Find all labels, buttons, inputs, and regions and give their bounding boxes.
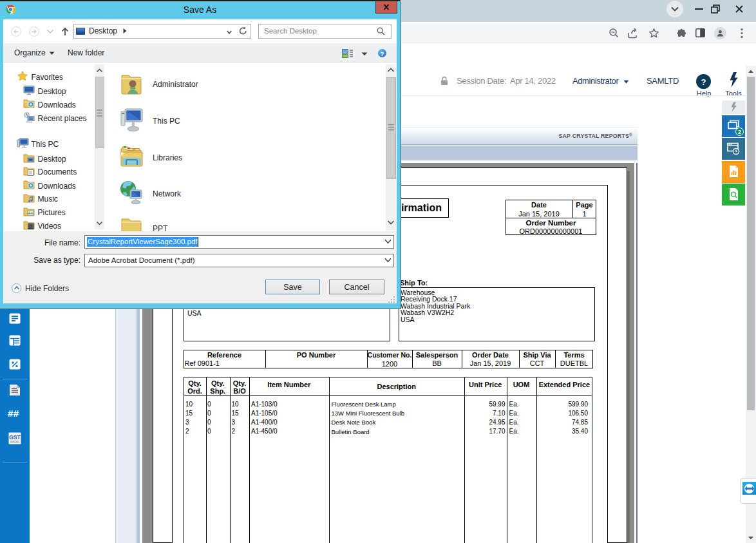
svg-text:GST: GST (9, 434, 21, 441)
